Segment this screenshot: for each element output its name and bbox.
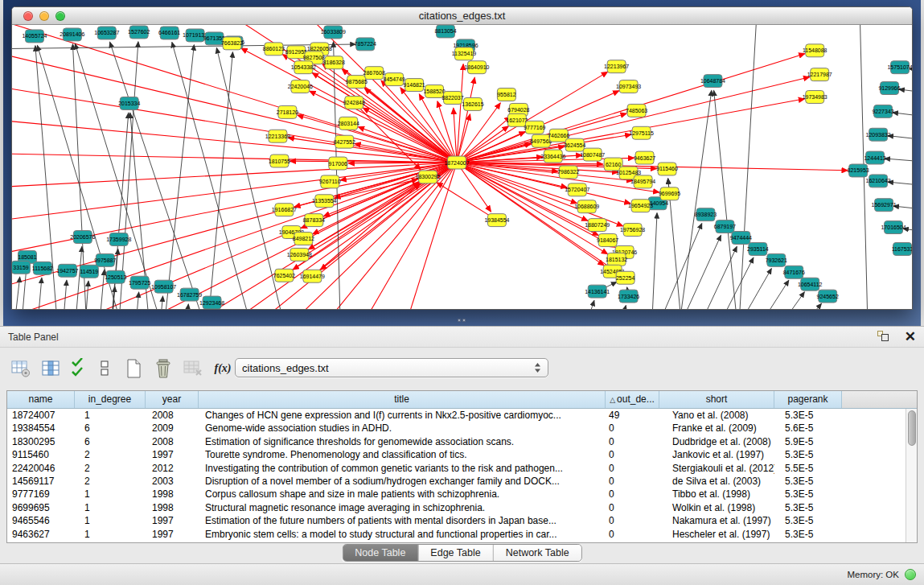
graph-node[interactable]: 12975115 — [629, 126, 654, 139]
graph-node[interactable]: 12093832 — [866, 128, 891, 141]
graph-node[interactable]: 7857224 — [355, 38, 376, 51]
table-row[interactable]: 911546021997Tourette syndrome. Phenomeno… — [7, 448, 917, 461]
graph-node[interactable]: 12603948 — [287, 248, 312, 261]
zoom-button[interactable] — [55, 11, 65, 21]
graph-node[interactable]: 11325419 — [452, 47, 477, 60]
column-header-short[interactable]: short — [659, 391, 774, 408]
graph-node[interactable]: 955812 — [497, 89, 515, 101]
graph-node[interactable]: 10719135 — [183, 29, 207, 42]
graph-node[interactable]: 10653287 — [94, 27, 119, 39]
graph-node[interactable]: 10958107 — [151, 280, 176, 293]
graph-node[interactable]: 18807249 — [585, 219, 610, 232]
graph-node[interactable]: 9463627 — [634, 151, 655, 164]
table-mode-icon[interactable] — [8, 356, 34, 381]
graph-node[interactable]: 8938923 — [695, 208, 717, 221]
graph-node[interactable]: 19756928 — [620, 224, 645, 237]
graph-node[interactable]: 16782759 — [177, 288, 202, 301]
graph-node[interactable]: 10807487 — [580, 148, 605, 161]
graph-node[interactable]: 12923468 — [199, 296, 224, 309]
graph-node[interactable]: 8813054 — [434, 25, 456, 38]
tab-edge-table[interactable]: Edge Table — [418, 545, 493, 561]
graph-node[interactable]: 23364436 — [540, 150, 565, 163]
graph-node[interactable]: 1527602 — [128, 26, 150, 39]
graph-node[interactable]: 7986322 — [557, 166, 579, 179]
graph-node[interactable]: 8471676 — [783, 266, 805, 278]
network-canvas[interactable]: 1405572420891406106532871527602646616110… — [12, 25, 912, 309]
scrollbar-thumb[interactable] — [908, 410, 916, 446]
graph-node[interactable]: 16210643 — [866, 175, 891, 187]
table-row[interactable]: 1830029562008Estimation of significance … — [7, 435, 917, 448]
table-row[interactable]: 1872400712008Changes of HCN gene express… — [7, 409, 917, 422]
graph-node[interactable]: 1942757 — [56, 264, 78, 277]
graph-node[interactable]: 6879197 — [714, 220, 736, 233]
graph-node[interactable]: 18300295 — [416, 171, 441, 183]
graph-node[interactable]: 1810755 — [269, 154, 290, 167]
graph-node[interactable]: 8912955 — [285, 46, 307, 59]
graph-node[interactable]: 20891406 — [60, 28, 84, 41]
graph-node[interactable]: 16033809 — [321, 26, 346, 39]
graph-node[interactable]: 10654112 — [798, 278, 823, 290]
graph-node[interactable]: 19166827 — [272, 204, 297, 216]
graph-node[interactable]: 19734983 — [803, 91, 827, 104]
graph-node[interactable]: 18495794 — [630, 175, 655, 188]
graph-node[interactable]: 8454749 — [384, 73, 405, 86]
graph-node[interactable]: 20206576 — [70, 231, 95, 244]
graph-node[interactable]: 15720407 — [565, 183, 589, 196]
graph-node[interactable]: 1250513 — [105, 270, 126, 283]
table-row[interactable]: 2242004622012Investigating the contribut… — [7, 462, 917, 475]
delete-column-icon[interactable] — [150, 356, 176, 381]
graph-node[interactable]: 19384554 — [484, 214, 509, 227]
graph-node[interactable]: 8498212 — [293, 233, 314, 245]
graph-node[interactable]: 6497568 — [530, 134, 552, 147]
graph-node[interactable]: 7932621 — [766, 253, 787, 266]
graph-node[interactable]: 22420046 — [288, 80, 313, 93]
function-builder-icon[interactable]: f(x) — [210, 356, 236, 381]
graph-node[interactable]: 2867608 — [363, 67, 385, 80]
graph-node[interactable]: 12213967 — [604, 60, 629, 73]
graph-node[interactable]: 9115460 — [656, 163, 678, 175]
graph-node[interactable]: 12213369 — [265, 130, 290, 142]
graph-node[interactable]: 7485063 — [626, 104, 647, 117]
new-column-icon[interactable] — [121, 356, 146, 381]
select-all-icon[interactable] — [66, 356, 92, 381]
column-header-title[interactable]: title — [199, 391, 606, 408]
graph-node[interactable]: 9146821 — [404, 79, 425, 92]
graph-node[interactable]: 1795725 — [129, 276, 150, 289]
graph-node[interactable]: 17016504 — [881, 221, 906, 234]
graph-node[interactable]: 15692971 — [872, 199, 897, 212]
graph-node[interactable]: 8427552 — [334, 135, 355, 148]
graph-node[interactable]: 17359928 — [106, 233, 131, 246]
graph-node[interactable]: 9242848 — [343, 96, 365, 109]
graph-node[interactable]: 8878334 — [303, 214, 325, 227]
graph-node[interactable]: 10543382 — [291, 61, 316, 74]
network-window-titlebar[interactable]: citations_edges.txt — [12, 7, 912, 25]
graph-node[interactable]: 33159 — [12, 261, 30, 274]
column-header-out_degree[interactable]: △out_de... — [606, 391, 659, 408]
graph-node[interactable]: 7625402 — [273, 269, 295, 282]
graph-node[interactable]: 2803144 — [338, 117, 359, 130]
graph-node[interactable]: 9245652 — [817, 290, 839, 303]
column-header-name[interactable]: name — [7, 391, 75, 408]
graph-node[interactable]: 9227343 — [872, 105, 893, 117]
graph-node[interactable]: 11548088 — [803, 44, 827, 57]
table-row[interactable]: 1456911722003Disruption of a novel membe… — [7, 475, 917, 488]
graph-node[interactable]: 114519 — [80, 265, 98, 278]
table-row[interactable]: 946554611997Estimation of the future num… — [7, 514, 917, 527]
graph-node[interactable]: 6466161 — [158, 27, 180, 39]
graph-node[interactable]: 9184067 — [597, 234, 618, 247]
graph-node[interactable]: 9699695 — [659, 187, 680, 200]
graph-node[interactable]: 8860123 — [263, 43, 285, 56]
table-row[interactable]: 969969511998Structural magnetic resonanc… — [7, 501, 917, 514]
table-row[interactable]: 946362711997Embryonic stem cells: a mode… — [7, 528, 917, 541]
graph-node[interactable]: 1362615 — [462, 97, 483, 110]
tab-network-table[interactable]: Network Table — [494, 545, 581, 561]
table-vertical-scrollbar[interactable] — [906, 409, 917, 543]
graph-node[interactable]: 3624554 — [564, 138, 585, 151]
graph-node[interactable]: 1244413 — [864, 151, 885, 164]
graph-node[interactable]: 9267110 — [319, 175, 341, 188]
graph-node[interactable]: 1815132 — [606, 253, 627, 266]
graph-node[interactable]: 10973493 — [616, 80, 641, 93]
graph-node[interactable]: 9777169 — [524, 121, 545, 134]
graph-node[interactable]: 18640910 — [464, 61, 489, 74]
show-columns-icon[interactable] — [38, 356, 64, 381]
